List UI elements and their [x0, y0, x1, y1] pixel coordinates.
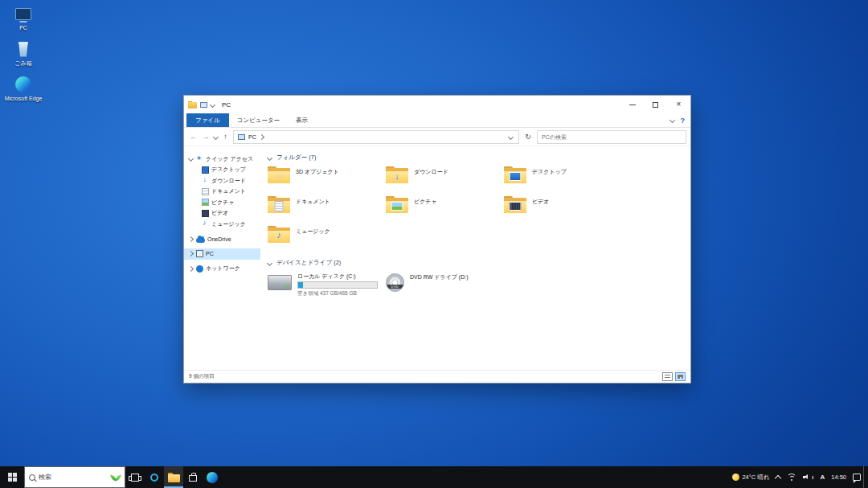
- up-button[interactable]: ↑: [220, 133, 231, 141]
- details-view-icon[interactable]: [662, 372, 673, 381]
- folders-grid: 3D オブジェクト ダウンロード デスクトップ ドキュメント: [268, 166, 690, 250]
- drives-grid: ローカル ディスク (C:) 空き領域 437 GB/465 GB DVD RW…: [268, 272, 690, 301]
- microsoft-store-button[interactable]: [183, 466, 203, 488]
- folder-tile-3d-objects[interactable]: 3D オブジェクト: [268, 166, 386, 191]
- volume-icon[interactable]: [803, 474, 813, 482]
- view-toggles: [662, 372, 686, 381]
- breadcrumb-path[interactable]: PC: [248, 134, 256, 140]
- title-bar[interactable]: PC ×: [184, 96, 690, 113]
- task-view-button[interactable]: [125, 466, 145, 488]
- folder-tile-downloads[interactable]: ダウンロード: [386, 166, 504, 191]
- drive-usage-fill: [298, 282, 303, 288]
- pictures-icon: [202, 199, 209, 206]
- collapse-group-icon[interactable]: [267, 154, 272, 160]
- microsoft-edge-button[interactable]: [203, 466, 222, 488]
- desktop-icon-label: PC: [19, 25, 27, 31]
- weather-widget[interactable]: 24°C 晴れ: [732, 474, 769, 482]
- hard-disk-icon: [268, 275, 292, 290]
- sidebar-item-music[interactable]: ミュージック: [184, 219, 260, 230]
- chevron-right-icon[interactable]: [188, 267, 194, 271]
- start-button[interactable]: [0, 466, 24, 488]
- sidebar-item-pc[interactable]: PC: [184, 248, 260, 260]
- file-explorer-icon: [168, 473, 180, 482]
- ime-mode-indicator[interactable]: A: [820, 474, 825, 481]
- sidebar-item-videos[interactable]: ビデオ: [184, 208, 260, 219]
- dvd-drive-icon: [386, 273, 404, 292]
- help-icon[interactable]: ?: [681, 117, 686, 125]
- sidebar-item-downloads[interactable]: ダウンロード: [184, 175, 260, 187]
- taskbar-search-box[interactable]: 検索: [24, 466, 125, 488]
- action-center-icon[interactable]: [853, 474, 861, 481]
- cortana-icon: [150, 474, 158, 482]
- minimize-button[interactable]: [620, 96, 644, 113]
- show-desktop-button[interactable]: [863, 466, 868, 488]
- system-tray: 24°C 晴れ A 14:50: [730, 466, 863, 488]
- desktop-icon-label: ごみ箱: [14, 60, 31, 67]
- search-input[interactable]: [537, 130, 686, 144]
- file-explorer-taskbar-button[interactable]: [164, 466, 183, 488]
- thumbnails-view-icon[interactable]: [675, 372, 686, 381]
- group-header-folders[interactable]: フォルダー (7): [268, 152, 690, 163]
- folder-tile-pictures[interactable]: ピクチャ: [386, 196, 504, 220]
- customize-toolbar-arrow-icon[interactable]: [210, 101, 215, 107]
- tab-computer[interactable]: コンピューター: [229, 113, 288, 127]
- 3d-objects-folder-icon: [268, 166, 290, 183]
- weather-text: 24°C 晴れ: [742, 474, 769, 482]
- desktop-icon: [202, 166, 209, 174]
- address-dropdown-arrow-icon[interactable]: [509, 135, 514, 139]
- cortana-button[interactable]: [145, 466, 164, 488]
- drive-tile-c[interactable]: ローカル ディスク (C:) 空き領域 437 GB/465 GB: [268, 272, 386, 301]
- quick-access-toolbar: [188, 101, 215, 109]
- desktop-icon-edge[interactable]: Microsoft Edge: [2, 76, 45, 102]
- network-icon[interactable]: [787, 474, 796, 481]
- drive-tile-dvd[interactable]: DVD RW ドライブ (D:): [386, 272, 504, 301]
- sidebar-item-quick-access[interactable]: クイック アクセス: [184, 154, 260, 165]
- search-highlight-sprout-icon[interactable]: [111, 472, 121, 482]
- close-button[interactable]: ×: [667, 96, 690, 113]
- collapse-group-icon[interactable]: [267, 260, 272, 265]
- computer-icon: [200, 102, 207, 108]
- maximize-button[interactable]: [644, 96, 667, 113]
- chevron-down-icon[interactable]: [188, 157, 194, 161]
- edge-icon: [15, 76, 31, 93]
- network-icon: [196, 265, 203, 273]
- capacity-bar: [297, 281, 378, 289]
- sidebar-item-desktop[interactable]: デスクトップ: [184, 165, 260, 176]
- chevron-right-icon[interactable]: [188, 237, 194, 241]
- folder-tile-documents[interactable]: ドキュメント: [268, 196, 386, 220]
- group-header-devices[interactable]: デバイスとドライブ (2): [268, 257, 690, 269]
- downloads-icon: [202, 177, 209, 184]
- sidebar-item-pictures[interactable]: ピクチャ: [184, 197, 260, 208]
- status-bar: 9 個の項目: [184, 370, 690, 383]
- desktop-icon-pc[interactable]: PC: [2, 5, 45, 31]
- expand-ribbon-icon[interactable]: [669, 117, 674, 123]
- desktop-icon-label: Microsoft Edge: [5, 96, 43, 102]
- breadcrumb-chevron-icon[interactable]: [259, 133, 264, 139]
- taskbar-clock[interactable]: 14:50: [831, 474, 846, 481]
- quick-access-star-icon: [196, 155, 203, 162]
- folder-tile-desktop[interactable]: デスクトップ: [504, 166, 622, 191]
- address-bar: ← → ↑ PC ↻: [184, 128, 690, 146]
- window-body: クイック アクセス デスクトップ ダウンロード ドキュメント ピクチャ: [184, 146, 690, 370]
- breadcrumb[interactable]: PC: [233, 130, 519, 144]
- sidebar-item-documents[interactable]: ドキュメント: [184, 187, 260, 198]
- videos-icon: [202, 210, 209, 217]
- pictures-folder-icon: [386, 196, 408, 213]
- back-button[interactable]: ←: [188, 133, 199, 141]
- folder-tile-music[interactable]: ミュージック: [268, 226, 386, 250]
- refresh-icon[interactable]: ↻: [522, 133, 534, 141]
- pc-icon: [196, 250, 203, 257]
- sidebar-item-network[interactable]: ネットワーク: [184, 264, 260, 275]
- tab-file[interactable]: ファイル: [186, 113, 229, 127]
- folder-tile-videos[interactable]: ビデオ: [504, 196, 622, 220]
- sidebar-item-onedrive[interactable]: OneDrive: [184, 234, 260, 245]
- chevron-right-icon[interactable]: [188, 252, 194, 256]
- show-hidden-icons-chevron[interactable]: [775, 474, 781, 481]
- recent-locations-arrow-icon[interactable]: [213, 133, 219, 139]
- forward-button[interactable]: →: [201, 133, 211, 141]
- item-count: 9 個の項目: [189, 373, 215, 380]
- desktop-icon-recycle-bin[interactable]: ごみ箱: [2, 40, 45, 67]
- explorer-window: PC × ファイル コンピューター 表示 ? ← → ↑ PC: [183, 95, 691, 383]
- tab-view[interactable]: 表示: [288, 113, 316, 127]
- ribbon-tab-bar: ファイル コンピューター 表示 ?: [184, 113, 690, 128]
